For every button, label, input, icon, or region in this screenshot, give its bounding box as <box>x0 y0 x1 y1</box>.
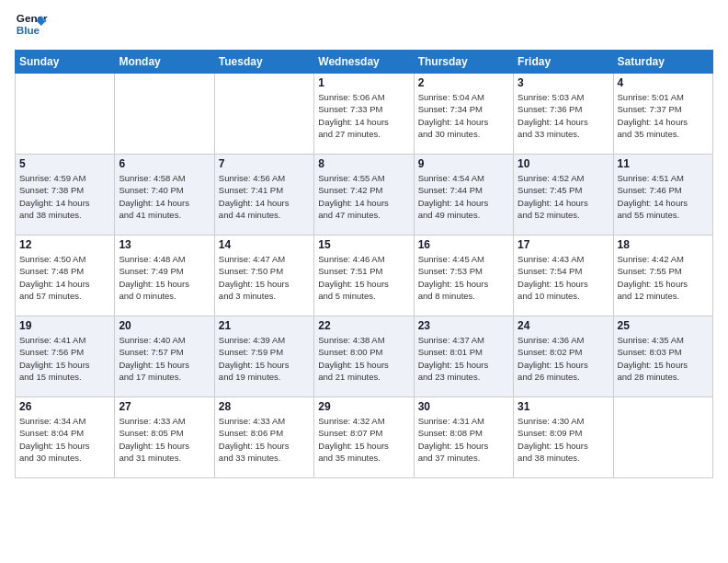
day-info: Sunrise: 4:37 AMSunset: 8:01 PMDaylight:… <box>418 334 509 383</box>
weekday-header-thursday: Thursday <box>414 51 513 74</box>
day-info: Sunrise: 4:36 AMSunset: 8:02 PMDaylight:… <box>518 334 609 383</box>
day-info: Sunrise: 4:54 AMSunset: 7:44 PMDaylight:… <box>418 172 509 221</box>
calendar-cell: 7Sunrise: 4:56 AMSunset: 7:41 PMDaylight… <box>214 155 313 236</box>
day-number: 5 <box>19 157 110 170</box>
day-number: 29 <box>318 400 409 413</box>
page: General Blue SundayMondayTuesdayWednesda… <box>0 0 728 563</box>
day-info: Sunrise: 4:33 AMSunset: 8:05 PMDaylight:… <box>119 415 210 464</box>
day-number: 8 <box>318 157 409 170</box>
day-number: 20 <box>119 319 210 332</box>
day-info: Sunrise: 4:42 AMSunset: 7:55 PMDaylight:… <box>618 253 709 302</box>
calendar-cell: 3Sunrise: 5:03 AMSunset: 7:36 PMDaylight… <box>514 74 613 155</box>
day-info: Sunrise: 4:46 AMSunset: 7:51 PMDaylight:… <box>318 253 409 302</box>
calendar-cell: 30Sunrise: 4:31 AMSunset: 8:08 PMDayligh… <box>414 397 513 478</box>
calendar-cell: 14Sunrise: 4:47 AMSunset: 7:50 PMDayligh… <box>214 236 313 316</box>
day-info: Sunrise: 4:35 AMSunset: 8:03 PMDaylight:… <box>618 334 709 383</box>
calendar-cell: 26Sunrise: 4:34 AMSunset: 8:04 PMDayligh… <box>16 397 115 478</box>
day-info: Sunrise: 4:55 AMSunset: 7:42 PMDaylight:… <box>318 172 409 221</box>
day-number: 15 <box>318 238 409 251</box>
weekday-header-monday: Monday <box>115 51 214 74</box>
day-number: 26 <box>19 400 110 413</box>
day-info: Sunrise: 4:33 AMSunset: 8:06 PMDaylight:… <box>219 415 310 464</box>
calendar-cell: 18Sunrise: 4:42 AMSunset: 7:55 PMDayligh… <box>613 236 712 316</box>
calendar-cell: 27Sunrise: 4:33 AMSunset: 8:05 PMDayligh… <box>115 397 214 478</box>
day-number: 14 <box>219 238 310 251</box>
day-number: 21 <box>219 319 310 332</box>
day-info: Sunrise: 4:45 AMSunset: 7:53 PMDaylight:… <box>418 253 509 302</box>
day-info: Sunrise: 4:50 AMSunset: 7:48 PMDaylight:… <box>19 253 110 302</box>
day-info: Sunrise: 4:51 AMSunset: 7:46 PMDaylight:… <box>618 172 709 221</box>
calendar-cell: 8Sunrise: 4:55 AMSunset: 7:42 PMDaylight… <box>314 155 414 236</box>
day-number: 7 <box>219 157 310 170</box>
day-number: 6 <box>119 157 210 170</box>
day-info: Sunrise: 4:59 AMSunset: 7:38 PMDaylight:… <box>19 172 110 221</box>
day-info: Sunrise: 4:30 AMSunset: 8:09 PMDaylight:… <box>518 415 609 464</box>
calendar-cell: 29Sunrise: 4:32 AMSunset: 8:07 PMDayligh… <box>314 397 414 478</box>
day-info: Sunrise: 4:40 AMSunset: 7:57 PMDaylight:… <box>119 334 210 383</box>
day-number: 10 <box>518 157 609 170</box>
day-number: 9 <box>418 157 509 170</box>
calendar-week-row: 19Sunrise: 4:41 AMSunset: 7:56 PMDayligh… <box>16 316 713 397</box>
calendar-cell: 22Sunrise: 4:38 AMSunset: 8:00 PMDayligh… <box>314 316 414 397</box>
day-number: 19 <box>19 319 110 332</box>
day-number: 11 <box>618 157 709 170</box>
day-info: Sunrise: 5:03 AMSunset: 7:36 PMDaylight:… <box>518 91 609 140</box>
day-number: 27 <box>119 400 210 413</box>
calendar-cell <box>613 397 712 478</box>
day-info: Sunrise: 4:31 AMSunset: 8:08 PMDaylight:… <box>418 415 509 464</box>
calendar-cell: 5Sunrise: 4:59 AMSunset: 7:38 PMDaylight… <box>16 155 115 236</box>
day-info: Sunrise: 4:56 AMSunset: 7:41 PMDaylight:… <box>219 172 310 221</box>
calendar-week-row: 26Sunrise: 4:34 AMSunset: 8:04 PMDayligh… <box>16 397 713 478</box>
weekday-header-row: SundayMondayTuesdayWednesdayThursdayFrid… <box>16 51 713 74</box>
day-info: Sunrise: 4:38 AMSunset: 8:00 PMDaylight:… <box>318 334 409 383</box>
calendar-cell: 31Sunrise: 4:30 AMSunset: 8:09 PMDayligh… <box>514 397 613 478</box>
calendar-cell: 2Sunrise: 5:04 AMSunset: 7:34 PMDaylight… <box>414 74 513 155</box>
calendar-cell: 17Sunrise: 4:43 AMSunset: 7:54 PMDayligh… <box>514 236 613 316</box>
weekday-header-friday: Friday <box>514 51 613 74</box>
day-number: 18 <box>618 238 709 251</box>
day-number: 30 <box>418 400 509 413</box>
day-number: 24 <box>518 319 609 332</box>
calendar-cell: 10Sunrise: 4:52 AMSunset: 7:45 PMDayligh… <box>514 155 613 236</box>
day-number: 2 <box>418 76 509 89</box>
day-info: Sunrise: 4:48 AMSunset: 7:49 PMDaylight:… <box>119 253 210 302</box>
calendar-cell <box>16 74 115 155</box>
day-number: 23 <box>418 319 509 332</box>
weekday-header-wednesday: Wednesday <box>314 51 414 74</box>
day-number: 25 <box>618 319 709 332</box>
svg-text:Blue: Blue <box>17 24 40 36</box>
calendar-cell <box>214 74 313 155</box>
calendar-cell <box>115 74 214 155</box>
calendar-cell: 20Sunrise: 4:40 AMSunset: 7:57 PMDayligh… <box>115 316 214 397</box>
day-number: 4 <box>618 76 709 89</box>
calendar-week-row: 12Sunrise: 4:50 AMSunset: 7:48 PMDayligh… <box>16 236 713 316</box>
day-info: Sunrise: 5:04 AMSunset: 7:34 PMDaylight:… <box>418 91 509 140</box>
calendar-cell: 11Sunrise: 4:51 AMSunset: 7:46 PMDayligh… <box>613 155 712 236</box>
calendar-cell: 23Sunrise: 4:37 AMSunset: 8:01 PMDayligh… <box>414 316 513 397</box>
calendar-cell: 25Sunrise: 4:35 AMSunset: 8:03 PMDayligh… <box>613 316 712 397</box>
logo: General Blue <box>15 9 51 42</box>
day-number: 13 <box>119 238 210 251</box>
day-info: Sunrise: 4:52 AMSunset: 7:45 PMDaylight:… <box>518 172 609 221</box>
day-info: Sunrise: 4:34 AMSunset: 8:04 PMDaylight:… <box>19 415 110 464</box>
weekday-header-saturday: Saturday <box>613 51 712 74</box>
day-info: Sunrise: 4:58 AMSunset: 7:40 PMDaylight:… <box>119 172 210 221</box>
day-number: 28 <box>219 400 310 413</box>
calendar-cell: 24Sunrise: 4:36 AMSunset: 8:02 PMDayligh… <box>514 316 613 397</box>
day-number: 22 <box>318 319 409 332</box>
day-info: Sunrise: 4:47 AMSunset: 7:50 PMDaylight:… <box>219 253 310 302</box>
day-number: 17 <box>518 238 609 251</box>
day-number: 12 <box>19 238 110 251</box>
day-info: Sunrise: 4:32 AMSunset: 8:07 PMDaylight:… <box>318 415 409 464</box>
calendar-week-row: 5Sunrise: 4:59 AMSunset: 7:38 PMDaylight… <box>16 155 713 236</box>
weekday-header-tuesday: Tuesday <box>214 51 313 74</box>
logo-icon: General Blue <box>15 9 48 42</box>
calendar-cell: 16Sunrise: 4:45 AMSunset: 7:53 PMDayligh… <box>414 236 513 316</box>
day-info: Sunrise: 5:01 AMSunset: 7:37 PMDaylight:… <box>618 91 709 140</box>
calendar-cell: 28Sunrise: 4:33 AMSunset: 8:06 PMDayligh… <box>214 397 313 478</box>
calendar-cell: 6Sunrise: 4:58 AMSunset: 7:40 PMDaylight… <box>115 155 214 236</box>
header: General Blue <box>15 9 713 42</box>
day-number: 1 <box>318 76 409 89</box>
calendar-cell: 1Sunrise: 5:06 AMSunset: 7:33 PMDaylight… <box>314 74 414 155</box>
calendar-cell: 12Sunrise: 4:50 AMSunset: 7:48 PMDayligh… <box>16 236 115 316</box>
